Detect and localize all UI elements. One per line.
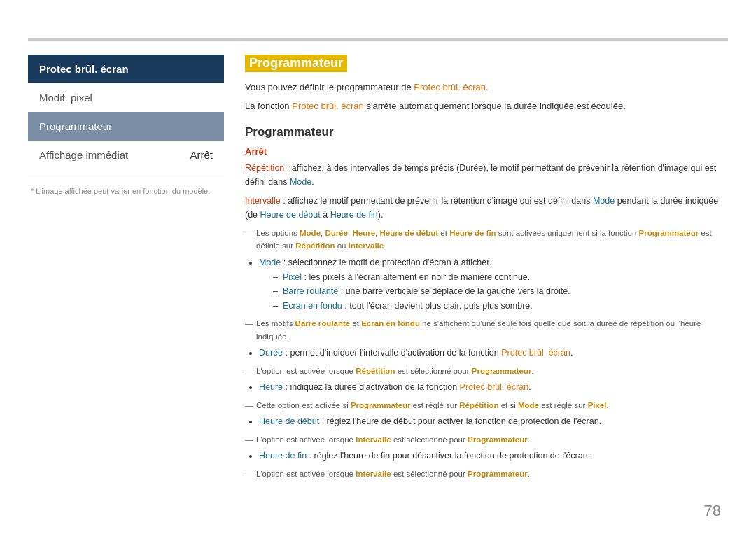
note-4: Cette option est activée si Programmateu… xyxy=(256,399,728,412)
content-area: Programmateur Vous pouvez définir le pro… xyxy=(245,55,728,483)
intervalle-description: Intervalle : affichez le motif permettan… xyxy=(245,194,728,223)
arret-label: Arrêt xyxy=(245,146,728,157)
sidebar-label-affichage: Affichage immédiat xyxy=(39,149,128,161)
page-number: 78 xyxy=(704,502,721,520)
intro1-post: . xyxy=(486,82,489,92)
note-3: L'option est activée lorsque Répétition … xyxy=(256,365,728,377)
main-layout: Protec brûl. écran Modif. pixel Programm… xyxy=(0,41,756,497)
sidebar-divider xyxy=(28,178,224,178)
sidebar-label-modif: Modif. pixel xyxy=(39,92,92,104)
sidebar-footnote: * L'image affichée peut varier en foncti… xyxy=(28,187,224,195)
arret-end: . xyxy=(312,177,314,187)
sub-bullet-ecran: Ecran en fondu : tout l'écran devient pl… xyxy=(273,299,728,314)
sidebar-label-programmateur: Programmateur xyxy=(39,120,112,132)
bullet-heure: Heure : indiquez la durée d'activation d… xyxy=(259,380,728,395)
content-title-wrapper: Programmateur xyxy=(245,55,728,80)
intro1-pre: Vous pouvez définir le programmateur de xyxy=(245,82,414,92)
bullet-heure-debut: Heure de début : réglez l'heure de début… xyxy=(259,414,728,429)
note-6: L'option est activée lorsque Intervalle … xyxy=(256,468,728,480)
sidebar-item-protec[interactable]: Protec brûl. écran xyxy=(28,55,224,83)
sidebar-value-affichage: Arrêt xyxy=(190,149,213,161)
arret-pre: Répétition xyxy=(245,163,284,173)
sidebar-item-affichage[interactable]: Affichage immédiat Arrêt xyxy=(28,141,224,169)
note-1: Les options Mode, Durée, Heure, Heure de… xyxy=(256,227,728,253)
bullet-duree: Durée : permet d'indiquer l'intervalle d… xyxy=(259,346,728,360)
intro-line-1: Vous pouvez définir le programmateur de … xyxy=(245,80,728,95)
intro2-pre: La fonction xyxy=(245,101,292,111)
intervalle-link1: Mode xyxy=(593,196,615,206)
sidebar-item-modif[interactable]: Modif. pixel xyxy=(28,83,224,112)
note-2: Les motifs Barre roulante et Ecran en fo… xyxy=(256,317,728,343)
sub-bullet-barre: Barre roulante : une barre verticale se … xyxy=(273,284,728,299)
sub-bullet-pixel: Pixel : les pixels à l'écran alternent e… xyxy=(273,270,728,285)
content-title: Programmateur xyxy=(245,55,347,72)
bullet-list-3: Heure : indiquez la durée d'activation d… xyxy=(259,380,728,395)
bullet-mode: Mode : sélectionnez le motif de protecti… xyxy=(259,255,728,314)
bullet-list-1: Mode : sélectionnez le motif de protecti… xyxy=(259,255,728,314)
intro2-link: Protec brûl. écran xyxy=(292,101,364,111)
sub-bullet-list: Pixel : les pixels à l'écran alternent e… xyxy=(273,270,728,314)
arret-mid: : affichez, à des intervalles de temps p… xyxy=(245,163,716,188)
intervalle-mid: : affichez le motif permettant de préven… xyxy=(281,196,593,206)
note-5: L'option est activée lorsque Intervalle … xyxy=(256,433,728,446)
bullet-heure-fin: Heure de fin : réglez l'heure de fin pou… xyxy=(259,449,728,463)
intervalle-end: ). xyxy=(378,210,384,220)
intervalle-link2: Heure de début xyxy=(260,210,321,220)
intervalle-pre: Intervalle xyxy=(245,196,281,206)
intro2-post: s'arrête automatiquement lorsque la duré… xyxy=(364,101,626,111)
bullet-list-2: Durée : permet d'indiquer l'intervalle d… xyxy=(259,346,728,360)
arret-link: Mode xyxy=(290,177,312,187)
sidebar-item-programmateur[interactable]: Programmateur xyxy=(28,112,224,141)
arret-description: Répétition : affichez, à des intervalles… xyxy=(245,161,728,190)
sidebar-label-protec: Protec brûl. écran xyxy=(39,63,129,75)
intro-line-2: La fonction Protec brûl. écran s'arrête … xyxy=(245,99,728,114)
bullet-list-5: Heure de fin : réglez l'heure de fin pou… xyxy=(259,449,728,463)
intervalle-mid3: à xyxy=(321,210,330,220)
section-title: Programmateur xyxy=(245,125,728,139)
sidebar: Protec brûl. écran Modif. pixel Programm… xyxy=(28,55,224,483)
intervalle-link3: Heure de fin xyxy=(330,210,378,220)
bullet-list-4: Heure de début : réglez l'heure de début… xyxy=(259,414,728,429)
intro1-link: Protec brûl. écran xyxy=(414,82,486,92)
